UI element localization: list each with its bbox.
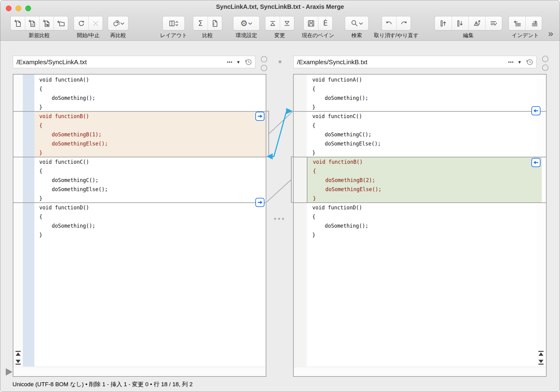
toolbar: 01 新規比較 開始/中止	[0, 13, 560, 41]
remove-change-button[interactable]	[468, 16, 485, 30]
previous-change-button[interactable]	[265, 16, 280, 30]
indent-button[interactable]	[525, 16, 542, 30]
code-line: {	[39, 166, 271, 176]
code-line: }	[312, 103, 542, 112]
redo-button[interactable]	[396, 16, 411, 30]
left-pane-radio-bottom[interactable]	[261, 65, 267, 71]
summary-button[interactable]: Σ	[193, 16, 208, 30]
previous-change-icon	[268, 19, 277, 28]
start-button[interactable]	[74, 16, 88, 30]
left-pane-blue-gutter	[23, 75, 34, 366]
code-line: {	[39, 84, 271, 93]
layout-button[interactable]	[163, 16, 184, 30]
chevron-down-icon	[120, 19, 124, 28]
right-pane-margin-gutter	[294, 75, 307, 366]
right-file-path-bar[interactable]: /Examples/SyncLinkB.txt ••• ▼	[293, 56, 537, 68]
scroll-to-bottom-button[interactable]	[538, 359, 544, 366]
section-separator	[13, 111, 266, 112]
accept-change-button[interactable]	[485, 16, 502, 30]
path-dropdown-icon[interactable]: ▼	[236, 60, 240, 65]
toolbar-group-changes: 変更	[265, 16, 294, 30]
recompare-button[interactable]	[108, 16, 128, 30]
code-line: void functionB()	[39, 112, 266, 121]
merge-right-button[interactable]	[255, 198, 264, 207]
remove-change-warning-icon	[473, 19, 481, 28]
link-map-strip[interactable]	[266, 74, 293, 377]
code-section: void functionD(){ doSomething();}	[307, 203, 542, 240]
save-button[interactable]	[304, 16, 318, 30]
left-code-pane[interactable]: void functionA(){ doSomething();} void f…	[13, 74, 266, 377]
code-line: {	[39, 212, 271, 221]
code-line: doSomething();	[39, 93, 271, 103]
right-pane-radio-bottom[interactable]	[542, 65, 548, 71]
outdent-button[interactable]	[509, 16, 525, 30]
new-image-comparison-button[interactable]	[39, 16, 54, 30]
code-section: void functionD(){ doSomething();}	[34, 203, 271, 240]
horizontal-scrollbar-track[interactable]	[294, 367, 546, 376]
section-separator	[294, 202, 546, 203]
right-pane-radio-top[interactable]	[542, 56, 548, 62]
new-binary-comparison-button[interactable]: 01	[25, 16, 39, 30]
left-file-path-bar[interactable]: /Examples/SyncLinkA.txt ••• ▼	[13, 56, 255, 68]
history-icon[interactable]	[525, 58, 534, 66]
merge-right-button[interactable]	[255, 112, 264, 121]
code-line: {	[312, 212, 542, 221]
history-icon[interactable]	[244, 58, 253, 66]
changed-block-inserted: void functionB(){ doSomethingB(2); doSom…	[307, 157, 542, 203]
new-folder-comparison-button[interactable]	[54, 16, 68, 30]
toolbar-group-layout: レイアウト	[163, 16, 185, 30]
code-section: void functionA(){ doSomething();}	[307, 75, 542, 112]
changed-block-deleted: void functionB(){ doSomethingB(1); doSom…	[34, 112, 266, 157]
path-dropdown-icon[interactable]: ▼	[517, 60, 522, 65]
code-line: void functionA()	[39, 75, 271, 84]
undo-button[interactable]	[382, 16, 396, 30]
toolbar-overflow-button[interactable]: »	[548, 29, 553, 38]
stop-button[interactable]	[88, 16, 103, 30]
right-file-path: /Examples/SyncLinkB.txt	[294, 58, 508, 66]
new-text-comparison-button[interactable]	[11, 16, 25, 30]
code-line: doSomethingElse();	[39, 185, 271, 194]
code-line: }	[313, 194, 542, 203]
merge-left-button[interactable]	[531, 158, 541, 167]
new-text-comparison-icon	[14, 19, 22, 28]
scroll-to-bottom-button[interactable]	[15, 359, 22, 366]
code-line: void functionA()	[312, 75, 542, 84]
next-change-button[interactable]	[280, 16, 294, 30]
insert-after-button[interactable]	[452, 16, 468, 30]
left-file-path: /Examples/SyncLinkA.txt	[13, 58, 227, 66]
encoding-button[interactable]: É	[318, 16, 332, 30]
splitter-handle-icon[interactable]	[6, 368, 12, 376]
code-line: void functionC()	[312, 112, 542, 121]
indent-icon	[530, 19, 538, 28]
left-pane-radio-top[interactable]	[261, 56, 267, 62]
toolbar-group-label: 環境設定	[236, 32, 257, 39]
toolbar-group-label: 新規比較	[29, 32, 50, 39]
path-options-ellipsis-icon[interactable]: •••	[508, 59, 514, 65]
toolbar-group-start-stop: 開始/中止	[74, 16, 103, 30]
sigma-icon: Σ	[198, 20, 203, 27]
window-title: SyncLinkA.txt, SyncLinkB.txt - Araxis Me…	[0, 3, 560, 10]
scroll-to-top-button[interactable]	[538, 351, 544, 357]
report-button[interactable]	[208, 16, 222, 30]
horizontal-scrollbar-track[interactable]	[13, 367, 266, 376]
code-line: doSomethingC();	[312, 130, 542, 139]
code-section: void functionA(){ doSomething();}	[34, 75, 271, 112]
undo-icon	[385, 19, 394, 28]
settings-gear-icon: ⚙	[240, 19, 247, 27]
arrow-right-icon	[257, 199, 263, 205]
arrow-left-icon	[533, 108, 539, 114]
merge-left-button[interactable]	[531, 106, 541, 115]
find-button[interactable]	[345, 16, 368, 30]
chevron-down-icon	[248, 19, 253, 28]
next-change-icon	[283, 19, 291, 28]
path-options-ellipsis-icon[interactable]: •••	[227, 59, 233, 65]
layout-columns-icon	[169, 19, 179, 28]
code-line: {	[313, 166, 542, 176]
preferences-button[interactable]: ⚙	[233, 16, 259, 30]
toolbar-group-label: 比較	[202, 32, 213, 39]
right-code-pane[interactable]: void functionA(){ doSomething();} void f…	[293, 74, 547, 377]
recompare-icon	[112, 19, 120, 28]
toolbar-group-find: 検索	[345, 16, 369, 30]
scroll-to-top-button[interactable]	[15, 351, 22, 357]
insert-before-button[interactable]	[435, 16, 452, 30]
